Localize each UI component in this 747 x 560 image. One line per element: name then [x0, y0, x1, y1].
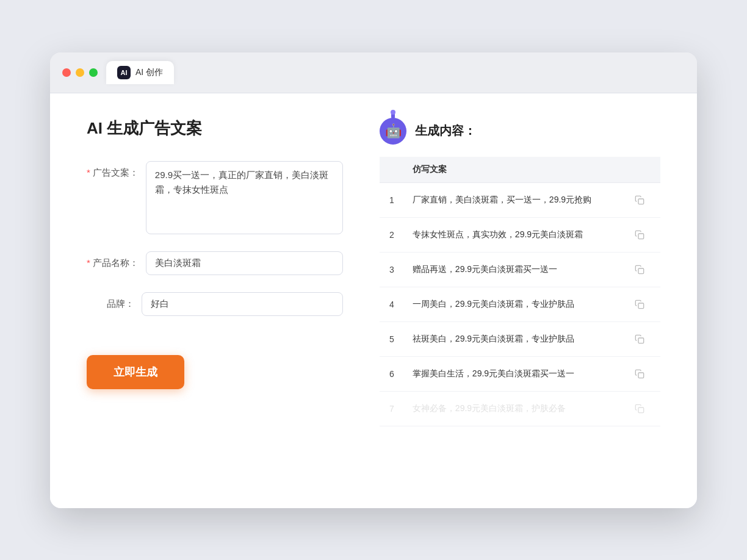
svg-rect-5 [638, 373, 644, 378]
table-row: 5祛斑美白，29.9元美白淡斑霜，专业护肤品 [380, 321, 660, 356]
robot-icon: 🤖 [380, 118, 406, 145]
copy-icon[interactable] [631, 261, 648, 278]
browser-window: AI AI 创作 AI 生成广告文案 *广告文案： *产品名称： [50, 52, 697, 508]
browser-titlebar: AI AI 创作 [50, 52, 697, 93]
brand-row: 品牌： [87, 292, 343, 316]
table-row: 6掌握美白生活，29.9元美白淡斑霜买一送一 [380, 356, 660, 391]
results-table: 仿写文案 1厂家直销，美白淡斑霜，买一送一，29.9元抢购2专抹女性斑点，真实功… [380, 157, 660, 426]
result-text: 祛斑美白，29.9元美白淡斑霜，专业护肤品 [404, 321, 622, 356]
row-number: 6 [380, 356, 404, 391]
row-number: 1 [380, 182, 404, 217]
svg-rect-1 [638, 234, 644, 239]
required-mark-2: * [87, 257, 90, 268]
svg-rect-4 [638, 338, 644, 343]
page-title: AI 生成广告文案 [87, 118, 343, 139]
copy-icon[interactable] [631, 296, 648, 313]
table-header-row: 仿写文案 [380, 157, 660, 183]
table-row: 7女神必备，29.9元美白淡斑霜，护肤必备 [380, 391, 660, 426]
traffic-lights [62, 68, 98, 77]
copy-cell [622, 252, 660, 287]
table-row: 4一周美白，29.9元美白淡斑霜，专业护肤品 [380, 287, 660, 321]
col-text: 仿写文案 [404, 157, 622, 183]
minimize-button[interactable] [76, 68, 84, 77]
browser-tab[interactable]: AI AI 创作 [106, 61, 174, 84]
table-row: 1厂家直销，美白淡斑霜，买一送一，29.9元抢购 [380, 182, 660, 217]
row-number: 5 [380, 321, 404, 356]
row-number: 7 [380, 391, 404, 426]
svg-rect-0 [638, 199, 644, 204]
brand-label: 品牌： [87, 292, 142, 310]
copy-icon[interactable] [631, 192, 648, 209]
row-number: 4 [380, 287, 404, 321]
result-text: 掌握美白生活，29.9元美白淡斑霜买一送一 [404, 356, 622, 391]
result-text: 赠品再送，29.9元美白淡斑霜买一送一 [404, 252, 622, 287]
copy-cell [622, 217, 660, 252]
row-number: 3 [380, 252, 404, 287]
tab-label: AI 创作 [135, 67, 163, 78]
col-number [380, 157, 404, 183]
copy-cell [622, 182, 660, 217]
maximize-button[interactable] [89, 68, 98, 77]
copy-icon[interactable] [631, 226, 648, 243]
result-text: 一周美白，29.9元美白淡斑霜，专业护肤品 [404, 287, 622, 321]
result-text: 女神必备，29.9元美白淡斑霜，护肤必备 [404, 391, 622, 426]
copy-cell [622, 321, 660, 356]
right-panel: 🤖 生成内容： 仿写文案 1厂家直销，美白淡斑霜，买一送一，29.9元抢购2专抹… [380, 118, 660, 478]
ad-copy-label: *广告文案： [87, 161, 146, 179]
copy-cell [622, 356, 660, 391]
tab-icon: AI [117, 66, 131, 79]
brand-input[interactable] [142, 292, 343, 316]
result-text: 专抹女性斑点，真实功效，29.9元美白淡斑霜 [404, 217, 622, 252]
product-name-input[interactable] [146, 251, 343, 275]
generate-button[interactable]: 立即生成 [87, 355, 184, 389]
ad-copy-row: *广告文案： [87, 161, 343, 234]
browser-content: AI 生成广告文案 *广告文案： *产品名称： 品牌： 立 [50, 93, 697, 508]
copy-icon[interactable] [631, 365, 648, 382]
product-name-label: *产品名称： [87, 251, 146, 269]
row-number: 2 [380, 217, 404, 252]
result-text: 厂家直销，美白淡斑霜，买一送一，29.9元抢购 [404, 182, 622, 217]
table-row: 2专抹女性斑点，真实功效，29.9元美白淡斑霜 [380, 217, 660, 252]
copy-icon[interactable] [631, 331, 648, 348]
svg-rect-6 [638, 407, 644, 413]
ad-copy-textarea[interactable] [146, 161, 343, 234]
left-panel: AI 生成广告文案 *广告文案： *产品名称： 品牌： 立 [87, 118, 343, 478]
svg-rect-3 [638, 303, 644, 309]
tab-icon-text: AI [121, 69, 128, 76]
right-header: 🤖 生成内容： [380, 118, 660, 145]
required-mark: * [87, 167, 90, 178]
close-button[interactable] [62, 68, 71, 77]
copy-cell [622, 391, 660, 426]
copy-cell [622, 287, 660, 321]
col-action [622, 157, 660, 183]
product-name-row: *产品名称： [87, 251, 343, 275]
robot-antenna [391, 113, 395, 119]
copy-icon[interactable] [631, 400, 648, 417]
right-panel-title: 生成内容： [415, 123, 476, 139]
svg-rect-2 [638, 268, 644, 274]
table-row: 3赠品再送，29.9元美白淡斑霜买一送一 [380, 252, 660, 287]
